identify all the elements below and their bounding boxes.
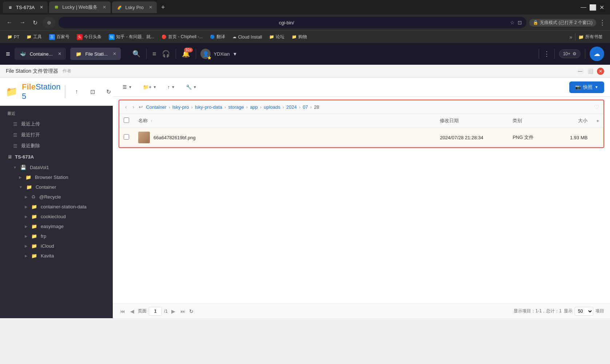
user-button[interactable]: 👤 ⭐ YDXian ▼: [200, 49, 237, 59]
more-apps-button[interactable]: ⋮: [543, 50, 550, 58]
bc-lsky-pro-data[interactable]: lsky-pro-data: [195, 104, 222, 110]
select-all-checkbox[interactable]: [124, 117, 129, 123]
sidebar-browser-station[interactable]: ▶ 📁 Browser Station: [0, 172, 113, 182]
bc-07[interactable]: 07: [303, 104, 308, 110]
bc-storage[interactable]: storage: [228, 104, 244, 110]
bookmarks-all-button[interactable]: 📁 所有书签: [575, 33, 606, 41]
first-page-btn[interactable]: ⏮: [119, 308, 127, 315]
prev-page-btn[interactable]: ◀: [129, 308, 136, 315]
sidebar-recycle[interactable]: ▶ ♻ @Recycle: [0, 192, 113, 202]
browser-station-label: Browser Station: [35, 175, 68, 180]
tab-lucky[interactable]: 🍀 Lucky | Web服务 ✕: [49, 1, 111, 13]
headset-icon[interactable]: 🎧: [162, 50, 170, 58]
snapshot-button[interactable]: 📷 快照 ▼: [569, 81, 604, 93]
create-folder-button[interactable]: 📁+ ▼: [139, 82, 161, 92]
sidebar-recent-upload[interactable]: ☰ 最近上传: [0, 119, 113, 129]
tab-close-ts673a[interactable]: ✕: [40, 5, 43, 10]
upload-icon-btn[interactable]: ↑: [70, 85, 83, 98]
sidebar-container[interactable]: ▼ 📁 Container: [0, 182, 113, 192]
bookmark-cloudinstall[interactable]: ☁ Cloud Install: [230, 33, 265, 41]
bookmark-tools[interactable]: 📁 工具: [24, 33, 45, 41]
window-minimize[interactable]: —: [581, 4, 586, 11]
bookmark-shopping[interactable]: 📁 购物: [289, 33, 310, 41]
list-apps-icon[interactable]: ≡: [152, 50, 156, 58]
search-area[interactable]: 🔍 ▼: [65, 85, 65, 98]
sidebar-recent-open[interactable]: ☰ 最近打开: [0, 129, 113, 140]
tab-close-lsky[interactable]: ✕: [149, 5, 152, 10]
th-add[interactable]: +: [592, 114, 603, 128]
snapshot-arrow: ▼: [595, 85, 598, 89]
cast-icon-btn[interactable]: ⊡: [86, 85, 99, 98]
bc-container[interactable]: Container: [146, 104, 166, 110]
version-badge[interactable]: 10+ ⚙: [559, 49, 581, 58]
sidebar-icloud[interactable]: ▶ 📁 iCloud: [0, 241, 113, 251]
window-close-btn[interactable]: ✕: [597, 68, 604, 75]
container-station-close[interactable]: ✕: [58, 51, 61, 56]
nav-back-btn[interactable]: ‹: [124, 103, 128, 111]
page-input[interactable]: [149, 307, 162, 316]
sidebar-cookiecloud[interactable]: ▶ 📁 cookiecloud: [0, 212, 113, 221]
nav-up-btn[interactable]: ↩: [139, 104, 143, 110]
nav-forward-btn[interactable]: ›: [131, 103, 136, 111]
expand-arrow-datavol: ▼: [13, 165, 17, 169]
cast-icon[interactable]: ⊡: [518, 20, 522, 25]
back-button[interactable]: ←: [4, 18, 15, 27]
tab-ts673a[interactable]: 🖥 TS-673A ✕: [3, 1, 48, 13]
last-page-btn[interactable]: ⏭: [179, 308, 187, 315]
search-icon-fs: 🔍: [65, 89, 65, 95]
tools-button[interactable]: 🔧 ▼: [182, 82, 201, 92]
favorite-button[interactable]: ♡: [594, 104, 599, 111]
search-icon[interactable]: 🔍: [132, 50, 140, 58]
cloud-button[interactable]: ☁: [590, 47, 604, 61]
address-bar[interactable]: cgi-bin/ ☆ ⊡: [59, 17, 526, 28]
per-page-select[interactable]: 50 100: [575, 307, 593, 316]
footer-refresh-btn[interactable]: ↻: [189, 308, 194, 314]
forward-button[interactable]: →: [17, 18, 28, 27]
bc-app[interactable]: app: [250, 104, 258, 110]
app-tab-filestation[interactable]: 📁 File Stati... ✕: [70, 48, 121, 60]
browser-menu-button[interactable]: ⋮: [599, 19, 606, 27]
upload-button[interactable]: ↑ ▼: [163, 82, 179, 92]
notification-button[interactable]: 🔔 10+: [182, 50, 190, 58]
bc-lsky-pro[interactable]: lsky-pro: [172, 104, 189, 110]
bookmark-pt[interactable]: 📁 PT: [4, 33, 22, 41]
window-minimize-btn[interactable]: —: [577, 68, 584, 75]
window-maximize[interactable]: ⬜: [589, 4, 597, 11]
next-page-btn[interactable]: ▶: [170, 308, 177, 315]
sidebar-kavita[interactable]: ▶ 📁 Kavita: [0, 251, 113, 261]
window-maximize-btn[interactable]: ⬜: [587, 68, 594, 75]
bc-uploads[interactable]: uploads: [264, 104, 280, 110]
th-name[interactable]: 名称 ↑: [134, 114, 435, 128]
sidebar-frp[interactable]: ▶ 📁 frp: [0, 231, 113, 241]
list-view-button[interactable]: ☰ ▼: [119, 82, 136, 92]
hamburger-menu[interactable]: ≡: [6, 50, 10, 58]
file-checkbox[interactable]: [124, 134, 129, 140]
bc-2024[interactable]: 2024: [286, 104, 297, 110]
bookmark-zhihu[interactable]: 知 知乎 - 有问题、就...: [106, 33, 157, 41]
sidebar-device-ts673a[interactable]: 🖥 TS-673A: [0, 151, 113, 163]
tab-close-lucky[interactable]: ✕: [103, 5, 106, 10]
sidebar-datavol1[interactable]: ▼ 💾 DataVol1: [0, 163, 113, 172]
file-check-cell: [119, 128, 134, 147]
bookmark-star-icon[interactable]: ☆: [510, 20, 515, 25]
file-station-close[interactable]: ✕: [113, 51, 116, 56]
window-close[interactable]: ✕: [599, 4, 604, 11]
tab-lsky[interactable]: 🌈 Lsky Pro ✕: [112, 1, 157, 13]
sidebar-recent-delete[interactable]: ☰ 最近删除: [0, 140, 113, 151]
reload-button[interactable]: ↻: [31, 18, 40, 28]
sidebar-easyimage[interactable]: ▶ 📁 easyimage: [0, 221, 113, 231]
bookmark-baijia[interactable]: 百 百家号: [46, 33, 72, 41]
site-info-button[interactable]: ⊕: [43, 17, 56, 28]
bookmark-translate[interactable]: 🔵 翻译: [207, 33, 228, 41]
refresh-icon-btn[interactable]: ↻: [102, 85, 113, 98]
bookmark-toutiao[interactable]: 头 今日头条: [74, 33, 104, 41]
bookmark-forum[interactable]: 📁 论坛: [266, 33, 287, 41]
new-tab-button[interactable]: +: [158, 4, 168, 11]
bc-sep-1: ›: [169, 104, 170, 110]
table-row[interactable]: 66a64782619bf.png 2024/07/28 21:28:34 PN…: [119, 128, 603, 147]
sidebar-container-station-data[interactable]: ▶ 📁 container-station-data: [0, 202, 113, 212]
bookmark-chiphell[interactable]: 🔴 首页 - Chiphell -...: [159, 33, 206, 41]
app-tab-container[interactable]: 🐳 Containe... ✕: [15, 48, 66, 60]
bookmarks-more-button[interactable]: »: [569, 34, 572, 40]
sidebar-recent-section[interactable]: 最近: [0, 109, 113, 119]
